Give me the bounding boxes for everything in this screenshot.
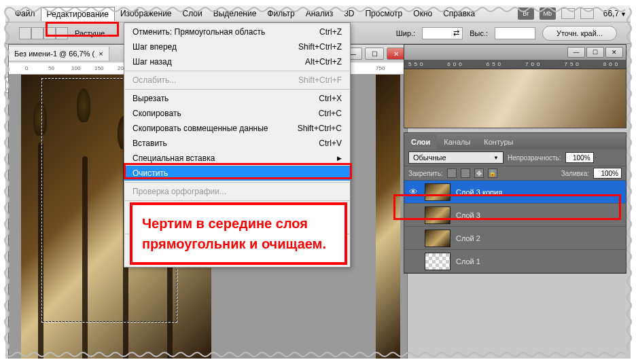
height-label: Выс.: [470,29,488,37]
bridge-badge[interactable]: Br [518,7,534,20]
submenu-arrow-icon: ▶ [337,155,342,162]
tab-paths[interactable]: Контуры [477,134,520,149]
layer-row[interactable]: Слой 3 [404,204,626,227]
panel-maximize-button[interactable]: ☐ [586,47,604,58]
menu-item-label: Ослабить... [132,75,176,85]
layer-thumbnail[interactable] [425,206,450,224]
menu-item[interactable]: Отменить: Прямоугольная областьCtrl+Z [124,24,350,39]
menu-item[interactable]: Специальная вставка▶ [124,151,350,166]
tab-layers[interactable]: Слои [404,134,437,149]
panel-minimize-button[interactable]: — [567,47,585,58]
layer-row[interactable]: 👁 Слой 3 копия [404,181,626,204]
menu-3d[interactable]: 3D [338,7,359,20]
sel-int-icon[interactable] [56,27,68,39]
menu-item[interactable]: СкопироватьCtrl+C [124,106,350,121]
menu-item[interactable]: Скопировать совмещенные данныеShift+Ctrl… [124,121,350,136]
menu-item[interactable]: Шаг впередShift+Ctrl+Z [124,39,350,54]
lock-position-icon[interactable]: ✥ [474,168,484,178]
refine-edge-button[interactable]: Уточн. край... [542,26,617,41]
height-field[interactable] [495,27,535,39]
close-button[interactable]: ✕ [387,48,406,60]
menu-item: Ослабить...Shift+Ctrl+F [124,73,350,88]
menu-help[interactable]: Справка [438,7,480,20]
layer-name[interactable]: Слой 3 копия [456,188,623,196]
width-field[interactable]: ⇄ [422,27,463,39]
menu-analysis[interactable]: Анализ [300,7,339,20]
lock-transparency-icon[interactable] [447,168,457,178]
menu-item[interactable]: ВставитьCtrl+V [124,136,350,151]
feather-label: Растуше [75,29,105,37]
navigator-preview[interactable]: 550600650700750800850900950 [404,60,626,128]
menu-item-label: Проверка орфографии... [132,187,226,196]
menu-view[interactable]: Просмотр [359,7,408,20]
menu-edit[interactable]: Редактирование [41,7,115,21]
navigator-panel: — ☐ ✕ 550600650700750800850900950 [404,44,626,128]
layer-name[interactable]: Слой 3 [456,211,623,219]
document-tab[interactable]: Без имени-1 @ 66,7% ( × [9,47,109,60]
opacity-field[interactable]: 100% [565,152,594,163]
fill-field[interactable]: 100% [593,168,622,179]
menu-item-label: Шаг назад [132,57,172,67]
menu-bar: Файл Редактирование Изображение Слои Выд… [5,5,631,22]
menu-file[interactable]: Файл [10,7,41,20]
annotation-callout: Чертим в середине слоя прямоугольник и о… [130,202,347,265]
menu-select[interactable]: Выделение [208,7,262,20]
opacity-label: Непрозрачность: [508,154,561,162]
menu-item-label: Скопировать [132,109,181,118]
sel-new-icon[interactable] [19,27,31,39]
selection-mode-group [19,27,68,39]
layer-name[interactable]: Слой 1 [456,257,623,266]
menu-window[interactable]: Окно [408,7,438,20]
width-label: Шир.: [396,29,415,37]
arrange-icon[interactable] [580,8,594,19]
sel-add-icon[interactable] [31,27,43,39]
menu-filter[interactable]: Фильтр [262,7,300,20]
layer-name[interactable]: Слой 2 [456,234,623,242]
menu-item-label: Отменить: Прямоугольная область [132,27,265,37]
menu-image[interactable]: Изображение [115,7,177,20]
menu-item: Проверка орфографии... [124,184,350,199]
menu-item-label: Скопировать совмещенные данные [132,124,268,133]
canvas-image-right [376,75,400,359]
menu-item-label: Шаг вперед [132,42,177,52]
zoom-level[interactable]: 66,7▼ [603,9,626,18]
menu-item-label: Специальная вставка [132,153,215,163]
lock-label: Закрепить: [408,170,443,177]
layer-thumbnail[interactable] [425,253,450,270]
menu-item[interactable]: Очистить [124,166,350,181]
minibridge-badge[interactable]: Mb [540,7,556,20]
maximize-button[interactable]: ☐ [365,48,384,60]
fill-label: Заливка: [561,170,589,177]
menu-item-label: Вставить [132,139,167,148]
sel-sub-icon[interactable] [43,27,56,39]
menu-item[interactable]: Шаг назадAlt+Ctrl+Z [124,54,350,69]
tab-close-icon[interactable]: × [99,50,103,58]
layer-row[interactable]: Слой 1 [404,250,626,273]
blend-mode-select[interactable]: Обычные▼ [408,151,504,164]
menu-layers[interactable]: Слои [177,7,208,20]
menu-item-label: Очистить [132,168,168,178]
document-title: Без имени-1 @ 66,7% ( [14,50,94,58]
menu-item[interactable]: ВырезатьCtrl+X [124,91,350,106]
lock-all-icon[interactable]: 🔒 [488,168,497,178]
menu-item-label: Вырезать [132,94,169,103]
layers-panel: Слои Каналы Контуры Обычные▼ Непрозрачно… [404,132,626,274]
layer-thumbnail[interactable] [425,230,450,247]
tab-channels[interactable]: Каналы [437,134,477,149]
layer-thumbnail[interactable] [425,183,450,201]
screen-mode-icon[interactable] [561,8,575,19]
layer-row[interactable]: Слой 2 [404,227,626,250]
visibility-icon[interactable]: 👁 [407,187,419,197]
lock-pixels-icon[interactable] [461,168,470,178]
navigator-ruler: 550600650700750800850900950 [404,60,626,69]
panel-close-button[interactable]: ✕ [605,47,623,58]
